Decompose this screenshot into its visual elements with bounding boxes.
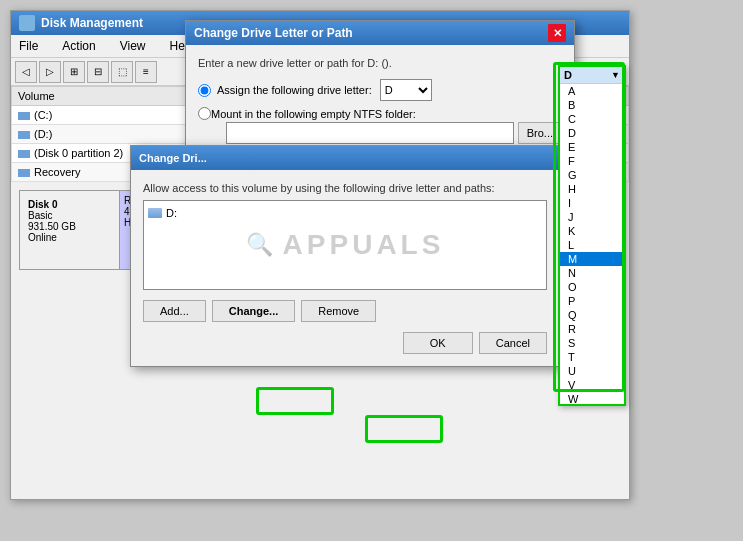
drive-icon-small bbox=[148, 208, 162, 218]
radio-assign-row: Assign the following drive letter: D bbox=[198, 79, 562, 101]
toolbar-btn-4[interactable]: ⊟ bbox=[87, 61, 109, 83]
add-button[interactable]: Add... bbox=[143, 300, 206, 322]
dialog-second-titlebar: Change Dri... bbox=[131, 146, 559, 170]
dropdown-item-W[interactable]: W bbox=[560, 392, 624, 404]
watermark: 🔍 APPUALS bbox=[246, 229, 445, 261]
remove-button[interactable]: Remove bbox=[301, 300, 376, 322]
dropdown-items-list[interactable]: ABCDEFGHIJKLMNOPQRSTUVWXYZ bbox=[560, 84, 624, 404]
disk-type: Basic bbox=[28, 210, 111, 221]
radio-assign[interactable] bbox=[198, 84, 211, 97]
dropdown-item-T[interactable]: T bbox=[560, 350, 624, 364]
drive-letter-dropdown: D ▼ ABCDEFGHIJKLMNOPQRSTUVWXYZ bbox=[558, 65, 626, 406]
radio-mount-label: Mount in the following empty NTFS folder… bbox=[211, 108, 416, 120]
dropdown-item-U[interactable]: U bbox=[560, 364, 624, 378]
toolbar-btn-5[interactable]: ⬚ bbox=[111, 61, 133, 83]
dropdown-item-E[interactable]: E bbox=[560, 140, 624, 154]
toolbar-btn-2[interactable]: ▷ bbox=[39, 61, 61, 83]
main-title: Disk Management bbox=[41, 16, 143, 30]
paths-item-label: D: bbox=[166, 207, 177, 219]
disk-management-icon bbox=[19, 15, 35, 31]
toolbar-btn-3[interactable]: ⊞ bbox=[63, 61, 85, 83]
toolbar-btn-1[interactable]: ◁ bbox=[15, 61, 37, 83]
dropdown-header-bar: D ▼ bbox=[560, 67, 624, 84]
radio-mount[interactable] bbox=[198, 107, 211, 120]
dialog-ok-cancel-row: OK Cancel bbox=[143, 332, 547, 354]
radio-ntfs-row: Mount in the following empty NTFS folder… bbox=[198, 107, 562, 120]
dialog-main-desc: Enter a new drive letter or path for D: … bbox=[198, 57, 562, 69]
dropdown-item-V[interactable]: V bbox=[560, 378, 624, 392]
dropdown-current-value: D bbox=[564, 69, 572, 81]
dropdown-item-F[interactable]: F bbox=[560, 154, 624, 168]
change-button[interactable]: Change... bbox=[212, 300, 296, 322]
disk-label: Disk 0 Basic 931.50 GB Online bbox=[20, 191, 120, 269]
disk-name: Disk 0 bbox=[28, 199, 111, 210]
dropdown-item-I[interactable]: I bbox=[560, 196, 624, 210]
paths-label: Allow access to this volume by using the… bbox=[143, 182, 547, 194]
menu-view[interactable]: View bbox=[116, 37, 150, 55]
dropdown-item-H[interactable]: H bbox=[560, 182, 624, 196]
dialog-btn-row: Add... Change... Remove bbox=[143, 300, 547, 322]
toolbar-btn-6[interactable]: ≡ bbox=[135, 61, 157, 83]
cancel-button[interactable]: Cancel bbox=[479, 332, 547, 354]
disk-status: Online bbox=[28, 232, 111, 243]
paths-list: D: 🔍 APPUALS bbox=[143, 200, 547, 290]
menu-action[interactable]: Action bbox=[58, 37, 99, 55]
dropdown-item-K[interactable]: K bbox=[560, 224, 624, 238]
dropdown-item-G[interactable]: G bbox=[560, 168, 624, 182]
dropdown-item-P[interactable]: P bbox=[560, 294, 624, 308]
browse-button[interactable]: Bro... bbox=[518, 122, 562, 144]
dialog-paths: Change Dri... Allow access to this volum… bbox=[130, 145, 560, 367]
ntfs-path-input[interactable] bbox=[226, 122, 514, 144]
dropdown-item-R[interactable]: R bbox=[560, 322, 624, 336]
radio-assign-label: Assign the following drive letter: bbox=[217, 84, 372, 96]
dialog-main-titlebar: Change Drive Letter or Path ✕ bbox=[186, 21, 574, 45]
dropdown-item-L[interactable]: L bbox=[560, 238, 624, 252]
second-ok-button[interactable]: OK bbox=[403, 332, 473, 354]
disk-capacity: 931.50 GB bbox=[28, 221, 111, 232]
dropdown-item-J[interactable]: J bbox=[560, 210, 624, 224]
dropdown-item-B[interactable]: B bbox=[560, 98, 624, 112]
drive-letter-select[interactable]: D bbox=[380, 79, 432, 101]
menu-file[interactable]: File bbox=[15, 37, 42, 55]
dropdown-arrow-icon: ▼ bbox=[611, 70, 620, 80]
dropdown-item-O[interactable]: O bbox=[560, 280, 624, 294]
dropdown-item-N[interactable]: N bbox=[560, 266, 624, 280]
dropdown-item-D[interactable]: D bbox=[560, 126, 624, 140]
dropdown-item-C[interactable]: C bbox=[560, 112, 624, 126]
dialog-main-close[interactable]: ✕ bbox=[548, 24, 566, 42]
dropdown-item-A[interactable]: A bbox=[560, 84, 624, 98]
dropdown-item-S[interactable]: S bbox=[560, 336, 624, 350]
dialog-second-body: Allow access to this volume by using the… bbox=[131, 170, 559, 366]
paths-list-item: D: bbox=[148, 205, 542, 221]
dropdown-item-M[interactable]: M bbox=[560, 252, 624, 266]
ntfs-input-row: Bro... bbox=[218, 122, 562, 144]
dialog-main-title: Change Drive Letter or Path bbox=[194, 26, 353, 40]
dialog-second-title: Change Dri... bbox=[139, 152, 207, 164]
dropdown-item-Q[interactable]: Q bbox=[560, 308, 624, 322]
